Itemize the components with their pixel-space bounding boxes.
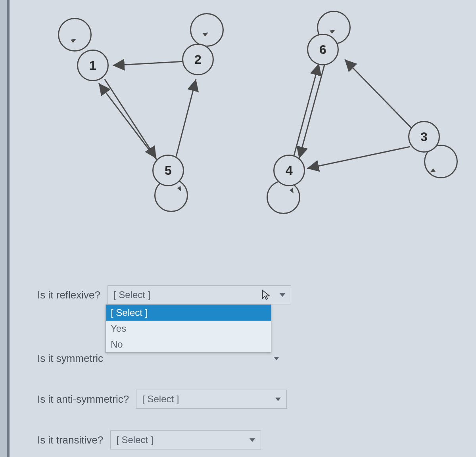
- chevron-down-icon: [274, 357, 279, 360]
- question-antisymmetric-row: Is it anti-symmetric? [ Select ]: [37, 390, 291, 409]
- question-reflexive-row: Is it reflexive? [ Select ] [ Select ] Y…: [37, 285, 291, 304]
- svg-line-7: [345, 59, 414, 131]
- question-transitive-row: Is it transitive? [ Select ]: [37, 430, 291, 449]
- dropdown-option-select[interactable]: [ Select ]: [106, 305, 271, 321]
- chevron-down-icon: [280, 293, 285, 297]
- svg-line-3: [176, 79, 196, 157]
- svg-line-2: [105, 79, 156, 159]
- chevron-down-icon: [275, 398, 281, 401]
- node-label: 4: [286, 163, 293, 178]
- graph-node-5: 5: [152, 155, 184, 186]
- dropdown-option-yes[interactable]: Yes: [106, 321, 271, 337]
- node-label: 1: [89, 58, 96, 73]
- question-reflexive-label: Is it reflexive?: [37, 289, 100, 301]
- node-label: 5: [165, 163, 172, 178]
- antisymmetric-select-value: [ Select ]: [142, 394, 179, 405]
- reflexive-dropdown[interactable]: [ Select ] Yes No: [106, 304, 271, 353]
- svg-line-5: [299, 63, 325, 159]
- graph-node-4: 4: [273, 155, 305, 186]
- antisymmetric-select[interactable]: [ Select ]: [136, 390, 287, 409]
- graph-node-3: 3: [408, 121, 440, 153]
- svg-line-0: [113, 61, 184, 65]
- question-antisymmetric-label: Is it anti-symmetric?: [37, 393, 129, 405]
- node-label: 2: [194, 52, 202, 67]
- graph-edges: [33, 12, 454, 226]
- graph-diagram: 1 2 5 6 4 3: [33, 12, 454, 226]
- questions-block: Is it reflexive? [ Select ] [ Select ] Y…: [37, 285, 291, 457]
- dropdown-option-no[interactable]: No: [106, 337, 271, 352]
- question-transitive-label: Is it transitive?: [37, 434, 103, 446]
- graph-node-6: 6: [307, 34, 339, 65]
- transitive-select-value: [ Select ]: [116, 434, 153, 446]
- svg-line-1: [99, 83, 160, 164]
- svg-line-6: [307, 147, 410, 168]
- graph-node-1: 1: [77, 50, 109, 81]
- reflexive-select[interactable]: [ Select ]: [107, 285, 291, 304]
- cursor-icon: [261, 289, 272, 300]
- reflexive-select-value: [ Select ]: [113, 289, 150, 300]
- node-label: 6: [319, 42, 326, 57]
- graph-node-2: 2: [182, 44, 214, 75]
- transitive-select[interactable]: [ Select ]: [110, 430, 261, 449]
- node-label: 3: [420, 130, 428, 144]
- chevron-down-icon: [250, 438, 255, 442]
- question-symmetric-label: Is it symmetric: [37, 352, 103, 365]
- svg-line-4: [293, 63, 319, 159]
